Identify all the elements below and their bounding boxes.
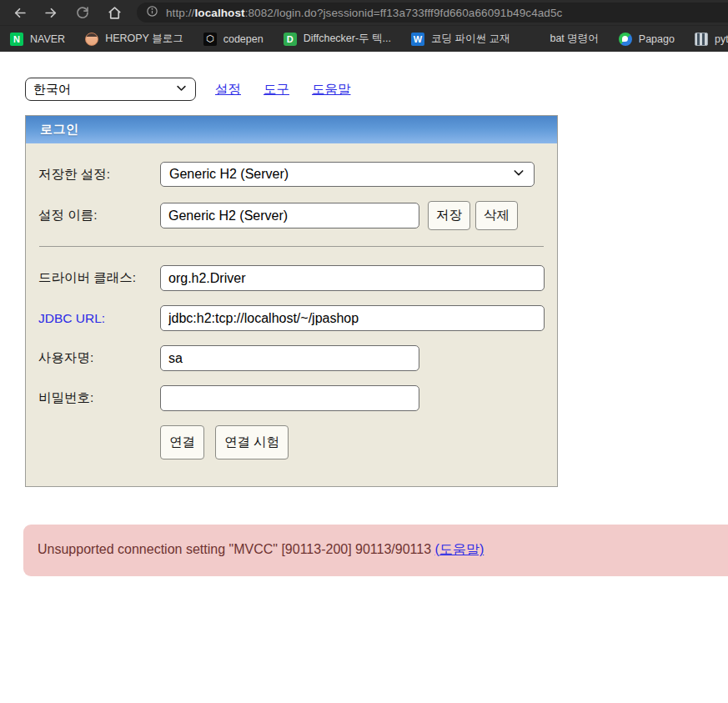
login-panel: 로그인 저장한 설정: Generic H2 (Server) 설정 이름: 저… bbox=[25, 115, 558, 487]
driver-class-row: 드라이버 클래스: bbox=[38, 265, 545, 291]
codepen-icon: ⬡ bbox=[203, 33, 217, 46]
remove-button[interactable]: 삭제 bbox=[475, 201, 518, 230]
bookmark-bat[interactable]: bat 명령어 bbox=[530, 32, 598, 46]
top-links: 설정 도구 도움말 bbox=[215, 81, 351, 98]
reload-button[interactable] bbox=[70, 2, 95, 23]
bookmark-label: Diffchecker-두 텍... bbox=[304, 32, 391, 46]
bookmark-diffchecker[interactable]: D Diffchecker-두 텍... bbox=[284, 32, 391, 46]
color-grid-icon bbox=[530, 33, 543, 46]
bookmark-label: HEROPY 블로그 bbox=[105, 32, 183, 46]
jdbc-url-input[interactable] bbox=[160, 305, 545, 331]
back-icon bbox=[12, 5, 28, 21]
url-text: http://localhost:8082/login.do?jsessioni… bbox=[166, 7, 562, 19]
bookmark-label: Papago bbox=[639, 33, 675, 45]
address-bar[interactable]: http://localhost:8082/login.do?jsessioni… bbox=[137, 3, 728, 23]
home-icon bbox=[107, 5, 123, 21]
language-select[interactable]: 한국어 bbox=[25, 78, 196, 101]
password-input[interactable] bbox=[160, 385, 419, 411]
browser-toolbar: http://localhost:8082/login.do?jsessioni… bbox=[0, 0, 728, 25]
jdbc-url-row: JDBC URL: bbox=[38, 305, 545, 331]
username-row: 사용자명: bbox=[38, 345, 545, 371]
driver-class-label: 드라이버 클래스: bbox=[38, 269, 160, 287]
chevron-down-icon bbox=[512, 166, 525, 183]
save-button[interactable]: 저장 bbox=[428, 201, 470, 230]
saved-settings-label: 저장한 설정: bbox=[38, 166, 160, 183]
papago-icon bbox=[619, 33, 632, 46]
bookmark-label: NAVER bbox=[30, 33, 65, 45]
error-help-link[interactable]: (도움말) bbox=[435, 542, 484, 556]
saved-settings-value: Generic H2 (Server) bbox=[169, 167, 289, 182]
bookmark-codepen[interactable]: ⬡ codepen bbox=[203, 33, 264, 46]
help-link[interactable]: 도움말 bbox=[312, 81, 351, 98]
test-connection-button[interactable]: 연결 시험 bbox=[215, 425, 289, 459]
naver-icon: N bbox=[10, 33, 23, 46]
setting-name-label: 설정 이름: bbox=[38, 207, 160, 224]
bookmark-selenium[interactable]: python selenium bbox=[695, 33, 728, 46]
bookmarks-bar: N NAVER HEROPY 블로그 ⬡ codepen D Diffcheck… bbox=[0, 25, 728, 52]
bookmark-naver[interactable]: N NAVER bbox=[10, 33, 65, 46]
back-button[interactable] bbox=[7, 2, 32, 23]
saved-settings-select[interactable]: Generic H2 (Server) bbox=[160, 162, 535, 187]
top-nav-row: 한국어 설정 도구 도움말 bbox=[25, 78, 728, 101]
chevron-down-icon bbox=[175, 82, 188, 97]
bookmark-papago[interactable]: Papago bbox=[619, 33, 675, 46]
reload-icon bbox=[75, 5, 90, 20]
error-message-box: Unsupported connection setting "MVCC" [9… bbox=[23, 525, 728, 576]
language-select-value: 한국어 bbox=[33, 82, 71, 98]
setting-name-row: 설정 이름: 저장 삭제 bbox=[38, 201, 545, 230]
username-label: 사용자명: bbox=[38, 349, 160, 367]
connect-button[interactable]: 연결 bbox=[160, 425, 204, 459]
bookmark-label: bat 명령어 bbox=[550, 32, 598, 46]
info-icon[interactable] bbox=[146, 5, 158, 21]
login-panel-title: 로그인 bbox=[26, 116, 557, 143]
form-divider bbox=[39, 246, 544, 247]
password-label: 비밀번호: bbox=[38, 389, 160, 407]
url-host: localhost bbox=[194, 7, 244, 19]
setting-name-input[interactable] bbox=[160, 203, 419, 228]
home-button[interactable] bbox=[102, 2, 127, 23]
forward-button[interactable] bbox=[38, 2, 63, 23]
username-input[interactable] bbox=[160, 345, 419, 371]
driver-class-input[interactable] bbox=[160, 265, 545, 291]
password-row: 비밀번호: bbox=[38, 385, 545, 411]
bookmark-label: python selenium bbox=[715, 33, 728, 45]
error-message-text: Unsupported connection setting "MVCC" [9… bbox=[38, 542, 431, 556]
tools-link[interactable]: 도구 bbox=[264, 81, 289, 98]
login-form: 저장한 설정: Generic H2 (Server) 설정 이름: 저장 삭제… bbox=[26, 143, 557, 486]
browser-chrome: http://localhost:8082/login.do?jsessioni… bbox=[0, 0, 728, 52]
bookmark-wikidocs[interactable]: W 코딩 파이썬 교재 bbox=[411, 32, 510, 46]
jdbc-url-label[interactable]: JDBC URL: bbox=[38, 311, 160, 326]
connect-actions: 연결 연결 시험 bbox=[160, 425, 545, 459]
diffchecker-icon: D bbox=[284, 33, 297, 46]
bookmark-heropy[interactable]: HEROPY 블로그 bbox=[85, 32, 183, 46]
heropy-avatar-icon bbox=[85, 33, 98, 46]
forward-icon bbox=[43, 5, 59, 21]
wikidocs-icon: W bbox=[411, 33, 424, 46]
saved-settings-row: 저장한 설정: Generic H2 (Server) bbox=[38, 162, 545, 187]
bookmark-label: 코딩 파이썬 교재 bbox=[431, 32, 510, 46]
settings-link[interactable]: 설정 bbox=[215, 81, 241, 98]
bookmark-label: codepen bbox=[223, 33, 264, 45]
library-icon bbox=[695, 33, 708, 46]
